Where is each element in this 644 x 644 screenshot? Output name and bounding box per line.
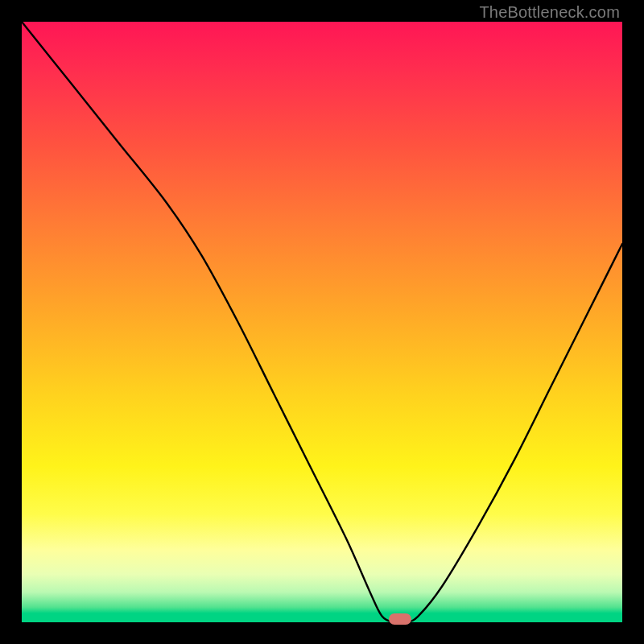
bottleneck-curve bbox=[22, 22, 622, 622]
watermark-text: TheBottleneck.com bbox=[479, 3, 620, 22]
chart-frame: TheBottleneck.com bbox=[0, 0, 644, 644]
optimal-marker bbox=[389, 613, 411, 625]
